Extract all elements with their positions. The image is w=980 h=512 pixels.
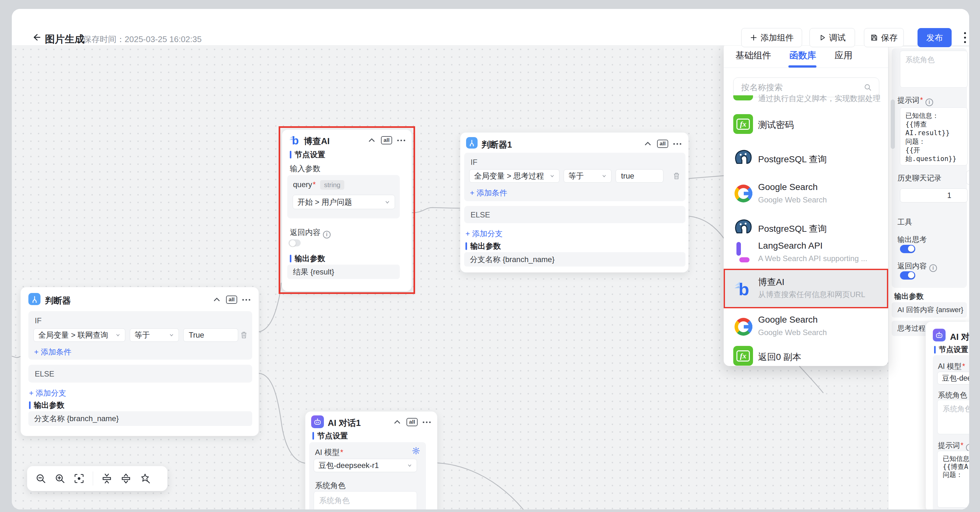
ai-model-select[interactable]: 豆包-deepseek-r1 xyxy=(314,459,417,472)
run-all-icon[interactable]: all xyxy=(406,418,418,426)
trash-icon[interactable] xyxy=(240,331,248,339)
collapse-icon[interactable] xyxy=(368,136,376,145)
if-label: IF xyxy=(471,158,477,167)
more-icon[interactable] xyxy=(423,421,431,423)
collapse-icon[interactable] xyxy=(213,296,221,304)
bocha-logo-icon: b xyxy=(288,134,301,146)
panel-scrollbar[interactable] xyxy=(891,99,895,149)
return-content-toggle[interactable] xyxy=(288,239,301,246)
gear-icon[interactable] xyxy=(412,447,420,455)
google-icon xyxy=(735,184,752,202)
node-judge1[interactable]: 判断器1 all IF 全局变量 > 思考过程 等于 true xyxy=(460,132,689,273)
section-output-params: 输出参数 xyxy=(470,241,501,251)
more-menu-icon[interactable] xyxy=(959,30,969,45)
add-branch-link[interactable]: + 添加分支 xyxy=(465,229,503,239)
trash-icon[interactable] xyxy=(673,172,680,180)
zoom-in-icon[interactable] xyxy=(54,473,65,484)
section-output-params: 输出参数 xyxy=(894,291,924,301)
more-icon[interactable] xyxy=(673,143,681,145)
expand-vertical-icon[interactable] xyxy=(121,473,131,484)
publish-button[interactable]: 发布 xyxy=(918,28,951,47)
node-title: 博查AI xyxy=(304,135,329,147)
output-think-toggle[interactable] xyxy=(900,245,915,253)
condition-value-input[interactable]: True xyxy=(183,328,238,342)
prompt-label: 提示词 xyxy=(897,96,920,104)
if-label: IF xyxy=(35,316,41,325)
more-icon[interactable] xyxy=(397,140,405,141)
tab-basic-components[interactable]: 基础组件 xyxy=(735,49,771,62)
fit-view-icon[interactable] xyxy=(74,473,84,484)
branch-output-row: 分支名称 {branch_name} xyxy=(464,252,686,267)
condition-value-input[interactable]: true xyxy=(616,169,663,183)
postgresql-icon xyxy=(733,218,753,237)
canvas-toolbar xyxy=(27,466,167,491)
floppy-icon xyxy=(870,34,878,41)
prompt-textarea[interactable]: 已知信息： {{博查AI.result}} 问题： {{开始.question}… xyxy=(900,107,967,165)
add-component-button[interactable]: 添加组件 xyxy=(741,28,802,47)
ai-chat-icon xyxy=(933,329,945,342)
prompt-label: 提示词 xyxy=(938,441,960,450)
info-icon: i xyxy=(966,444,969,452)
run-all-icon[interactable]: all xyxy=(226,296,237,304)
system-role-textarea[interactable] xyxy=(900,51,967,87)
info-icon: i xyxy=(323,231,331,239)
history-mode-button[interactable] xyxy=(966,170,969,184)
node-ai-dialog-side[interactable]: AI 对话 节点设置 AI 模型* 豆包-dee 系统角色 提示词*i 已知信息… xyxy=(926,321,969,509)
top-bar: 图片生成 保存时间：2025-03-25 16:02:35 添加组件 调试 保存… xyxy=(12,9,969,46)
condition-operator-select[interactable]: 等于 xyxy=(564,169,611,183)
ai-model-select[interactable]: 豆包-dee xyxy=(937,372,969,385)
compress-vertical-icon[interactable] xyxy=(101,473,112,484)
collapse-icon[interactable] xyxy=(393,418,401,426)
info-icon: i xyxy=(929,264,937,272)
postgresql-icon xyxy=(733,148,753,168)
ai-model-label: AI 模型 xyxy=(315,448,339,456)
system-role-textarea[interactable] xyxy=(314,491,417,509)
tools-label: 工具 xyxy=(897,217,912,227)
chevron-down-icon xyxy=(407,463,412,468)
run-all-icon[interactable]: all xyxy=(381,136,392,145)
google-icon xyxy=(735,318,752,336)
active-tab-underline xyxy=(788,65,816,68)
more-icon[interactable] xyxy=(242,299,250,301)
history-count-input[interactable]: 1 xyxy=(900,188,967,202)
node-title: 判断器1 xyxy=(481,139,512,151)
langsearch-icon xyxy=(735,241,755,261)
section-output-params: 输出参数 xyxy=(34,400,64,410)
return-content-toggle[interactable] xyxy=(900,271,915,280)
component-library-dropdown: 基础组件 函数库 应用 通过执行自定义脚本，实现数据处理 fx 测试密码 xyxy=(724,42,888,366)
system-role-textarea[interactable] xyxy=(937,400,969,434)
section-output-params: 输出参数 xyxy=(294,253,325,264)
section-node-settings: 节点设置 xyxy=(939,345,968,355)
node-title: AI 对话1 xyxy=(328,417,361,429)
tab-function-library[interactable]: 函数库 xyxy=(789,49,816,62)
return-content-label: 返回内容 xyxy=(897,262,927,270)
answer-output-row: AI 回答内容 {answer} xyxy=(892,302,967,318)
back-icon[interactable] xyxy=(32,32,41,42)
beautify-layout-icon[interactable] xyxy=(140,473,151,484)
node-judge0[interactable]: 判断器 all IF 全局变量 > 联网查询 等于 True xyxy=(21,287,259,436)
svg-text:b: b xyxy=(292,134,299,146)
search-icon xyxy=(864,83,872,92)
chevron-down-icon xyxy=(550,173,555,178)
condition-variable-select[interactable]: 全局变量 > 联网查询 xyxy=(33,328,125,342)
condition-operator-select[interactable]: 等于 xyxy=(130,328,179,342)
tab-applications[interactable]: 应用 xyxy=(835,49,853,62)
zoom-out-icon[interactable] xyxy=(35,473,46,484)
judge-icon xyxy=(29,293,40,305)
add-condition-link[interactable]: + 添加条件 xyxy=(470,188,507,198)
search-input[interactable] xyxy=(733,83,864,92)
add-branch-link[interactable]: + 添加分支 xyxy=(29,388,66,398)
node-bocha-ai[interactable]: b 博查AI all 节点设置 输入参数 query*string 开始 > 用… xyxy=(282,129,412,291)
node-ai-dialog1[interactable]: AI 对话1 all 节点设置 AI 模型* 豆包-dee xyxy=(305,411,438,509)
add-condition-link[interactable]: + 添加条件 xyxy=(34,347,72,357)
condition-variable-select[interactable]: 全局变量 > 思考过程 xyxy=(469,169,560,183)
query-source-select[interactable]: 开始 > 用户问题 xyxy=(293,195,395,209)
run-all-icon[interactable]: all xyxy=(657,140,668,148)
section-node-settings: 节点设置 xyxy=(317,431,348,441)
collapse-icon[interactable] xyxy=(644,140,652,148)
debug-button[interactable]: 调试 xyxy=(810,28,855,47)
node-title: AI 对话 xyxy=(950,331,969,343)
save-button[interactable]: 保存 xyxy=(864,28,904,47)
chevron-down-icon xyxy=(601,173,607,178)
prompt-textarea[interactable]: 已知信息 {{博查A 问题： xyxy=(937,451,969,507)
